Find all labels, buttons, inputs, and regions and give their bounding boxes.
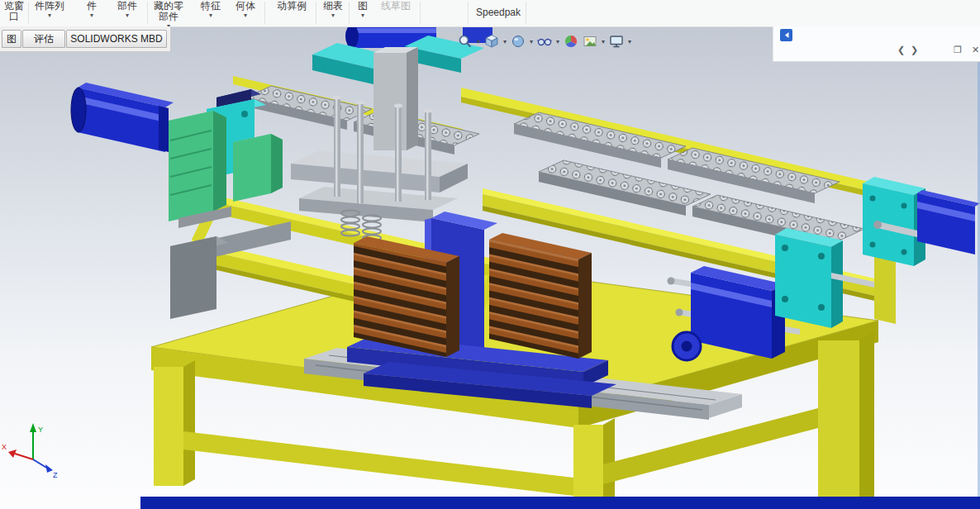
ribbon-item-sketch-line[interactable]: 线草图 [375, 1, 416, 12]
display-style-button[interactable] [510, 33, 526, 50]
command-manager-tabs: 图 评估 SOLIDWORKS MBD [0, 26, 171, 52]
taskbar[interactable] [140, 497, 980, 509]
view-orientation-button[interactable] [483, 33, 500, 50]
ribbon-item-fasteners[interactable]: 部件 ▾ [111, 1, 144, 19]
dropdown-arrow-icon[interactable]: ▾ [352, 12, 373, 19]
triad-x-label: X [2, 443, 7, 451]
dropdown-arrow-icon[interactable]: ▾ [556, 38, 559, 45]
ribbon-item-reference-geometry[interactable]: 何体 ▾ [231, 1, 259, 19]
apply-scene-button[interactable] [582, 33, 598, 50]
dropdown-arrow-icon[interactable]: ▾ [602, 38, 605, 45]
dropdown-arrow-icon[interactable]: ▾ [503, 38, 507, 45]
ribbon-item-drawing[interactable]: 图 ▾ [352, 1, 373, 19]
command-manager-ribbon: 览窗口 件阵列 ▾ 件 ▾ 部件 ▾ 藏的零部件 ▾ 特征 ▾ 何体 ▾ 动算例… [0, 0, 980, 27]
ribbon-item-browse-window[interactable]: 览窗口 [2, 1, 26, 22]
ribbon-item-component-pattern[interactable]: 件阵列 ▾ [31, 1, 68, 19]
ribbon-separator [526, 2, 526, 24]
orientation-triad: Y X Z [2, 423, 58, 479]
dropdown-arrow-icon[interactable]: ▾ [111, 12, 144, 19]
ribbon-item-speedpak[interactable]: Speedpak [474, 7, 522, 18]
dropdown-arrow-icon[interactable]: ▾ [530, 38, 533, 45]
ribbon-separator [147, 2, 148, 24]
ribbon-item-bom[interactable]: 细表 ▾ [319, 1, 347, 19]
ribbon-separator [349, 2, 350, 24]
triad-z-label: Z [53, 471, 58, 479]
ribbon-separator [28, 2, 29, 24]
restore-window-icon[interactable]: ❐ [954, 44, 962, 55]
triad-y-label: Y [38, 426, 43, 434]
zoom-fit-button[interactable] [457, 33, 473, 50]
tab-layout[interactable]: 图 [2, 30, 21, 48]
task-pane-toggle-icon[interactable] [780, 29, 793, 45]
edit-appearance-button[interactable] [563, 33, 579, 50]
nav-right-icon[interactable]: ❯ [911, 44, 918, 55]
dropdown-arrow-icon[interactable]: ▾ [197, 12, 225, 19]
ribbon-item-hidden-components[interactable]: 藏的零部件 ▾ [152, 1, 185, 30]
top-right-panel: ❮ ❯ ❐ ✕ [773, 26, 980, 62]
heads-up-view-toolbar: ▾ ▾ ▾ ▾ ▾ ▾ [457, 33, 632, 50]
dropdown-arrow-icon[interactable]: ▾ [477, 38, 480, 45]
ribbon-item-assembly-features[interactable]: 特征 ▾ [197, 1, 225, 19]
hide-show-items-button[interactable] [536, 33, 553, 50]
tab-evaluate[interactable]: 评估 [22, 30, 65, 48]
dropdown-arrow-icon[interactable]: ▾ [79, 12, 104, 19]
dropdown-arrow-icon[interactable]: ▾ [31, 12, 68, 19]
nav-left-icon[interactable]: ❮ [897, 44, 905, 55]
ribbon-separator [420, 2, 421, 24]
comb-stack-right[interactable] [489, 233, 592, 359]
ribbon-separator [264, 2, 265, 24]
dropdown-arrow-icon[interactable]: ▾ [628, 38, 631, 45]
tab-solidworks-mbd[interactable]: SOLIDWORKS MBD [66, 30, 167, 48]
close-window-icon[interactable]: ✕ [972, 44, 979, 55]
comb-stack-left[interactable] [354, 236, 459, 357]
dropdown-arrow-icon[interactable]: ▾ [319, 12, 347, 19]
right-end-station[interactable] [863, 177, 980, 324]
ribbon-item-motion-study[interactable]: 动算例 [269, 1, 314, 12]
ribbon-separator [316, 2, 316, 24]
dropdown-arrow-icon[interactable]: ▾ [231, 12, 259, 19]
ribbon-separator [468, 2, 469, 24]
assembly-model[interactable]: Y X Z [0, 26, 980, 509]
graphics-area[interactable]: Y X Z ▾ ▾ ▾ ▾ ▾ ▾ [0, 26, 980, 509]
view-settings-button[interactable] [608, 33, 625, 50]
ribbon-item-component[interactable]: 件 ▾ [79, 1, 104, 19]
